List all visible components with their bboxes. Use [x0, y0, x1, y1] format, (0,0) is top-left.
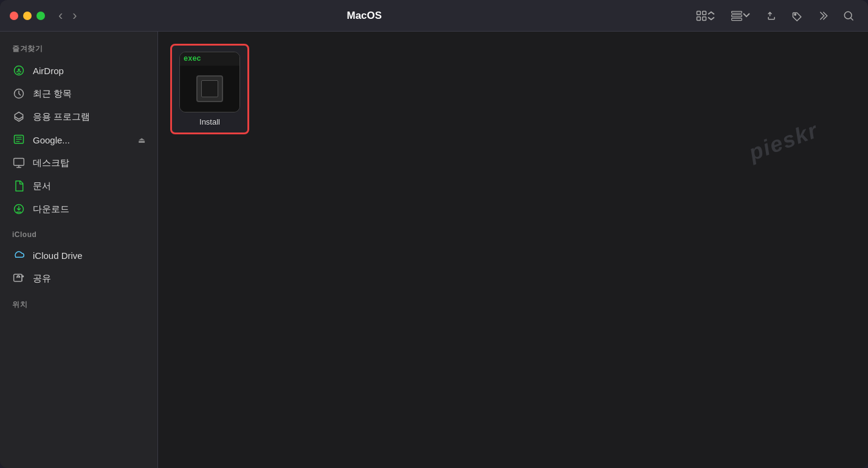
main-content: 즐겨찾기 AirDrop — [0, 32, 868, 468]
sidebar-item-downloads[interactable]: 다운로드 — [0, 198, 157, 221]
file-icon-install: exec — [179, 52, 240, 112]
tag-button[interactable] — [788, 7, 807, 24]
search-button[interactable] — [839, 7, 858, 24]
sidebar-item-icloud-drive[interactable]: iCloud Drive — [0, 244, 157, 267]
sidebar-item-apps[interactable]: 응용 프로그램 — [0, 105, 157, 128]
documents-icon — [12, 179, 26, 193]
google-drive-icon — [12, 133, 26, 146]
downloads-icon — [12, 202, 26, 216]
shared-label: 공유 — [33, 273, 145, 284]
svg-rect-2 — [697, 16, 701, 20]
svg-point-10 — [18, 69, 19, 71]
file-name-install: Install — [199, 117, 220, 126]
more-button[interactable] — [813, 7, 833, 24]
file-grid: exec Install — [170, 44, 856, 134]
svg-point-7 — [794, 13, 796, 15]
airdrop-label: AirDrop — [33, 66, 145, 76]
content-area: exec Install pieskr — [158, 32, 868, 468]
tag-icon — [791, 10, 804, 22]
chevron-up-down-icon — [705, 10, 717, 22]
minimize-button[interactable] — [23, 12, 32, 20]
locations-label: 위치 — [0, 300, 157, 315]
icloud-drive-label: iCloud Drive — [33, 250, 145, 261]
search-icon — [842, 10, 855, 22]
favorites-label: 즐겨찾기 — [0, 44, 157, 59]
shared-icon — [12, 272, 26, 285]
airdrop-icon — [12, 64, 26, 77]
svg-point-16 — [22, 275, 24, 277]
icloud-label: iCloud — [0, 230, 157, 244]
svg-rect-13 — [14, 159, 24, 166]
window-title: MacOS — [37, 10, 692, 22]
sidebar-item-shared[interactable]: 공유 — [0, 267, 157, 290]
apps-icon — [12, 110, 26, 123]
svg-point-17 — [18, 275, 19, 277]
close-button[interactable] — [10, 12, 18, 20]
google-label: Google... — [33, 135, 131, 145]
chevron-down-small-icon — [740, 10, 753, 22]
chip-inner — [201, 80, 218, 97]
recent-label: 최근 항목 — [33, 88, 145, 100]
toolbar-right — [692, 7, 858, 24]
sidebar-item-documents[interactable]: 문서 — [0, 174, 157, 198]
view-grid-button[interactable] — [692, 7, 721, 24]
exec-label: exec — [180, 52, 239, 66]
titlebar: ‹ › MacOS — [0, 0, 868, 32]
downloads-label: 다운로드 — [33, 204, 145, 215]
icloud-drive-icon — [12, 249, 26, 262]
file-item-install[interactable]: exec Install — [170, 44, 249, 134]
finder-window: ‹ › MacOS — [0, 0, 868, 468]
clock-icon — [12, 87, 26, 100]
sidebar-item-google[interactable]: Google... ⏏ — [0, 128, 157, 151]
file-icon-body — [180, 66, 239, 112]
chip-icon — [196, 75, 223, 102]
apps-label: 응용 프로그램 — [33, 111, 145, 123]
view-list-button[interactable] — [727, 7, 756, 24]
share-icon — [766, 10, 778, 22]
sidebar-item-recent[interactable]: 최근 항목 — [0, 82, 157, 105]
chevron-right-double-icon — [817, 10, 829, 22]
sidebar-item-airdrop[interactable]: AirDrop — [0, 59, 157, 82]
svg-rect-0 — [697, 11, 701, 15]
eject-icon[interactable]: ⏏ — [138, 136, 145, 145]
desktop-label: 데스크탑 — [33, 157, 145, 169]
sidebar: 즐겨찾기 AirDrop — [0, 32, 158, 468]
desktop-icon — [12, 156, 26, 170]
share-button[interactable] — [762, 7, 782, 24]
documents-label: 문서 — [33, 181, 145, 192]
sidebar-item-desktop[interactable]: 데스크탑 — [0, 151, 157, 174]
